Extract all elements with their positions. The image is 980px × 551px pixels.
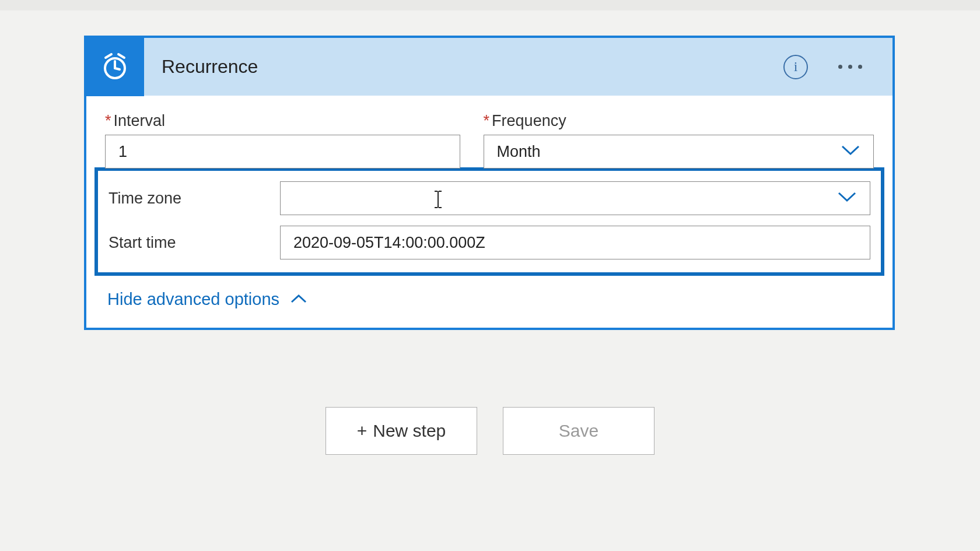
chevron-up-icon <box>290 290 307 309</box>
save-button[interactable]: Save <box>503 407 654 455</box>
card-body: *Interval *Frequency Month Time zone <box>86 96 892 328</box>
interval-label: *Interval <box>105 112 460 130</box>
chevron-down-icon <box>841 143 860 161</box>
required-asterisk: * <box>105 112 111 129</box>
required-asterisk: * <box>484 112 490 129</box>
card-header: Recurrence i <box>86 38 892 96</box>
timezone-row: Time zone <box>108 181 870 215</box>
header-actions: i <box>783 55 892 79</box>
toggle-label: Hide advanced options <box>107 290 279 309</box>
timezone-label: Time zone <box>108 189 280 208</box>
hide-advanced-toggle[interactable]: Hide advanced options <box>107 290 307 309</box>
bottom-actions: + New step Save <box>0 407 980 455</box>
timezone-select[interactable] <box>280 181 870 215</box>
frequency-label: *Frequency <box>484 112 874 130</box>
recurrence-card: Recurrence i *Interval *Frequency Month <box>84 36 895 330</box>
new-step-button[interactable]: + New step <box>326 407 477 455</box>
start-time-row: Start time <box>108 226 870 259</box>
frequency-label-text: Frequency <box>492 112 566 129</box>
advanced-options-highlight: Time zone <box>94 167 884 276</box>
svg-line-3 <box>106 54 111 58</box>
page-topbar <box>0 0 980 10</box>
interval-input[interactable] <box>105 135 460 169</box>
frequency-select[interactable]: Month <box>484 135 874 169</box>
info-icon[interactable]: i <box>783 55 808 79</box>
start-time-input[interactable] <box>280 226 870 259</box>
svg-line-4 <box>118 54 124 58</box>
chevron-down-icon <box>837 189 857 208</box>
save-label: Save <box>559 421 598 441</box>
plus-icon: + <box>357 421 368 441</box>
new-step-label: New step <box>373 421 446 441</box>
clock-icon <box>86 38 144 96</box>
frequency-value: Month <box>497 143 541 161</box>
svg-line-2 <box>115 68 120 69</box>
frequency-field: *Frequency Month <box>484 112 874 169</box>
interval-frequency-row: *Interval *Frequency Month <box>105 112 874 169</box>
interval-label-text: Interval <box>114 112 166 129</box>
card-title: Recurrence <box>144 56 783 78</box>
interval-field: *Interval <box>105 112 460 169</box>
text-cursor-icon <box>432 188 444 215</box>
more-icon[interactable] <box>836 60 864 73</box>
start-time-label: Start time <box>108 234 280 252</box>
